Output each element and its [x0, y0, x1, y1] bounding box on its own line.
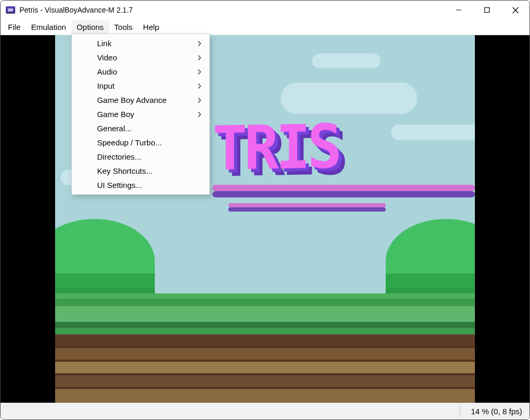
grass-deco — [55, 293, 475, 334]
app-window: Petris - VisualBoyAdvance-M 2.1.7 File E… — [0, 0, 530, 420]
chevron-right-icon — [197, 40, 202, 46]
titlebar: Petris - VisualBoyAdvance-M 2.1.7 — [1, 1, 529, 19]
options-audio[interactable]: Audio — [72, 65, 209, 79]
options-link[interactable]: Link — [72, 36, 209, 50]
chevron-right-icon — [197, 55, 202, 60]
chevron-right-icon — [197, 69, 202, 75]
options-video[interactable]: Video — [72, 50, 209, 65]
menu-help[interactable]: Help — [138, 20, 165, 34]
options-speedup[interactable]: Speedup / Turbo... — [72, 135, 209, 150]
chevron-right-icon — [197, 97, 202, 103]
menu-emulation[interactable]: Emulation — [26, 20, 71, 34]
status-divider — [460, 406, 460, 417]
status-text: 14 % (0, 8 fps) — [471, 407, 522, 416]
options-dropdown: Link Video Audio Input Game Boy Advance … — [71, 34, 210, 195]
options-input[interactable]: Input — [72, 79, 209, 93]
app-icon — [6, 6, 15, 14]
options-general[interactable]: General... — [72, 121, 209, 135]
logo-underline — [228, 203, 386, 207]
svg-rect-1 — [485, 8, 490, 13]
menubar: File Emulation Options Link Video Audio … — [1, 19, 529, 35]
ground-deco — [55, 334, 475, 403]
menu-file[interactable]: File — [3, 20, 26, 34]
minimize-button[interactable] — [447, 2, 471, 18]
menu-tools[interactable]: Tools — [109, 20, 138, 34]
logo-underline — [213, 185, 475, 191]
options-keyshortcuts[interactable]: Key Shortcuts... — [72, 164, 209, 178]
menu-options-label: Options — [77, 23, 104, 32]
chevron-right-icon — [197, 83, 202, 89]
window-title: Petris - VisualBoyAdvance-M 2.1.7 — [19, 6, 133, 14]
options-gba[interactable]: Game Boy Advance — [72, 93, 209, 107]
game-logo: TRIS — [213, 111, 339, 184]
cloud-deco — [281, 82, 417, 114]
cloud-deco — [312, 54, 380, 68]
options-directories[interactable]: Directories... — [72, 150, 209, 164]
menu-options[interactable]: Options Link Video Audio Input Game Boy … — [71, 20, 109, 34]
close-button[interactable] — [503, 2, 527, 18]
options-gb[interactable]: Game Boy — [72, 107, 209, 121]
statusbar: 14 % (0, 8 fps) — [1, 403, 529, 419]
chevron-right-icon — [197, 111, 202, 117]
cloud-deco — [391, 124, 475, 140]
maximize-button[interactable] — [475, 2, 499, 18]
options-uisettings[interactable]: UI Settings... — [72, 178, 209, 192]
